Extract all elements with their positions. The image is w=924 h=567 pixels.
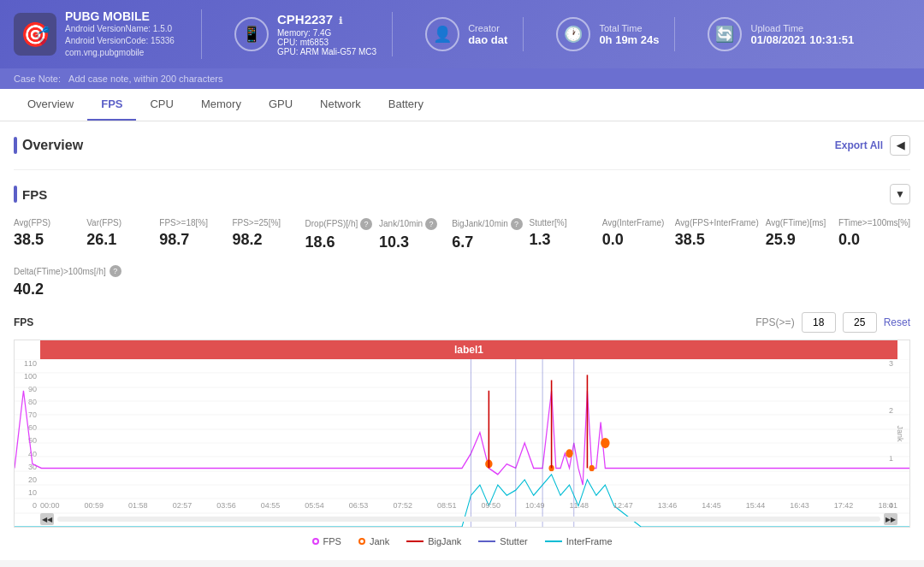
legend-interframe: InterFrame bbox=[545, 536, 613, 546]
app-details: PUBG MOBILE Android VersionName: 1.5.0 A… bbox=[65, 9, 175, 59]
stat-jank: Jank/10min ? 10.3 bbox=[379, 218, 445, 251]
legend-jank-label: Jank bbox=[370, 536, 389, 546]
fps-gte-label: FPS(>=) bbox=[755, 316, 794, 328]
legend-bigjank: BigJank bbox=[406, 536, 461, 546]
upload-time-label: Upload Time bbox=[750, 23, 854, 33]
device-stat: 📱 CPH2237 ℹ Memory: 7.4G CPU: mt6853 GPU… bbox=[219, 12, 393, 56]
overview-divider bbox=[14, 169, 910, 170]
legend-fps: FPS bbox=[312, 536, 341, 546]
chart-fps-label: FPS bbox=[14, 316, 33, 328]
legend-stutter: Stutter bbox=[478, 536, 527, 546]
upload-time-value: 01/08/2021 10:31:51 bbox=[750, 33, 854, 46]
blue-bar-overview bbox=[14, 137, 17, 154]
tab-network[interactable]: Network bbox=[306, 89, 375, 121]
stat-fps-interframe: Avg(FPS+InterFrame) 38.5 bbox=[675, 218, 759, 251]
legend-jank-icon bbox=[358, 538, 365, 545]
clock-icon: 🕐 bbox=[556, 17, 590, 51]
stat-var-fps: Var(FPS) 26.1 bbox=[86, 218, 152, 251]
collapse-fps-button[interactable]: ▼ bbox=[890, 184, 910, 204]
total-time-label: Total Time bbox=[599, 23, 659, 33]
help-icon-drop[interactable]: ? bbox=[360, 218, 372, 230]
fps-gte-input-1[interactable] bbox=[802, 312, 836, 333]
blue-bar-fps bbox=[14, 186, 17, 203]
total-time-stat: 🕐 Total Time 0h 19m 24s bbox=[541, 17, 675, 51]
upload-time-stat: 🔄 Upload Time 01/08/2021 10:31:51 bbox=[692, 17, 869, 51]
legend-bigjank-icon bbox=[406, 540, 424, 542]
stat-avg-fps: Avg(FPS) 38.5 bbox=[14, 218, 80, 251]
app-version: Android VersionName: 1.5.0 bbox=[65, 23, 175, 35]
collapse-overview-button[interactable]: ◀ bbox=[890, 135, 910, 156]
app-package: com.vng.pubgmobile bbox=[65, 47, 175, 59]
creator-label: Creator bbox=[468, 23, 507, 33]
delta-label: Delta(FTime)>100ms[/h] ? bbox=[14, 265, 910, 277]
app-name: PUBG MOBILE bbox=[65, 9, 175, 23]
scroll-right-button[interactable]: ▶▶ bbox=[884, 513, 897, 525]
chart-controls: FPS FPS(>=) Reset bbox=[14, 312, 910, 333]
fps-gte-input-2[interactable] bbox=[843, 312, 877, 333]
tab-bar: Overview FPS CPU Memory GPU Network Batt… bbox=[0, 89, 924, 121]
stat-interframe: Avg(InterFrame) 0.0 bbox=[602, 218, 668, 251]
tab-cpu[interactable]: CPU bbox=[136, 89, 187, 121]
device-gpu: GPU: ARM Mali-G57 MC3 bbox=[277, 47, 376, 56]
chart-legend: FPS Jank BigJank Stutter InterFrame bbox=[14, 536, 910, 546]
tab-fps[interactable]: FPS bbox=[87, 89, 136, 121]
tab-battery[interactable]: Battery bbox=[375, 89, 437, 121]
fps-chart[interactable]: label1 110 100 90 80 70 60 50 40 30 20 1… bbox=[14, 340, 910, 528]
overview-section-header: Overview Export All ◀ bbox=[14, 135, 910, 156]
stat-ftime: Avg(FTime)[ms] 25.9 bbox=[766, 218, 832, 251]
case-note-bar: Case Note: Add case note, within 200 cha… bbox=[0, 68, 924, 89]
legend-fps-label: FPS bbox=[323, 536, 341, 546]
tab-overview[interactable]: Overview bbox=[14, 89, 87, 121]
stat-fps-18: FPS>=18[%] 98.7 bbox=[159, 218, 225, 251]
overview-title: Overview bbox=[22, 138, 83, 153]
device-id: CPH2237 bbox=[277, 12, 333, 27]
device-icon: 📱 bbox=[234, 17, 269, 51]
legend-fps-icon bbox=[312, 538, 319, 545]
fps-title: FPS bbox=[22, 187, 47, 202]
delta-section: Delta(FTime)>100ms[/h] ? 40.2 bbox=[14, 265, 910, 298]
help-icon-bigjank[interactable]: ? bbox=[511, 218, 523, 230]
tab-gpu[interactable]: GPU bbox=[255, 89, 306, 121]
scroll-left-button[interactable]: ◀◀ bbox=[40, 513, 54, 525]
upload-icon: 🔄 bbox=[708, 17, 742, 51]
legend-interframe-label: InterFrame bbox=[566, 536, 613, 546]
chart-scroll-controls: ◀◀ ▶▶ bbox=[40, 513, 897, 525]
stat-ftime-100: FTime>=100ms[%] 0.0 bbox=[838, 218, 910, 251]
svg-point-14 bbox=[566, 449, 572, 458]
total-time-info: Total Time 0h 19m 24s bbox=[599, 23, 659, 46]
creator-value: dao dat bbox=[468, 33, 507, 46]
chart-label-bar: label1 bbox=[40, 340, 897, 359]
legend-stutter-icon bbox=[478, 540, 495, 542]
x-axis: 00:00 00:59 01:58 02:57 03:56 04:55 05:5… bbox=[40, 501, 897, 510]
help-icon-delta[interactable]: ? bbox=[110, 265, 121, 277]
legend-bigjank-label: BigJank bbox=[428, 536, 461, 546]
stat-stutter: Stutter[%] 1.3 bbox=[530, 218, 595, 251]
fps-stats-grid: Avg(FPS) 38.5 Var(FPS) 26.1 FPS>=18[%] 9… bbox=[14, 218, 910, 251]
device-info: CPH2237 ℹ Memory: 7.4G CPU: mt6853 GPU: … bbox=[277, 12, 376, 56]
chart-label-text: label1 bbox=[454, 344, 483, 356]
total-time-value: 0h 19m 24s bbox=[599, 33, 659, 46]
main-content: Overview Export All ◀ FPS ▼ Avg(FPS) 38.… bbox=[0, 121, 924, 560]
case-note-text[interactable]: Add case note, within 200 characters bbox=[68, 74, 222, 84]
app-version-code: Android VersionCode: 15336 bbox=[65, 35, 175, 47]
svg-point-16 bbox=[601, 438, 609, 448]
creator-stat: 👤 Creator dao dat bbox=[410, 17, 524, 51]
svg-point-15 bbox=[589, 465, 595, 471]
creator-icon: 👤 bbox=[425, 17, 459, 51]
legend-jank: Jank bbox=[358, 536, 389, 546]
reset-button[interactable]: Reset bbox=[884, 316, 910, 328]
device-info-icon: ℹ bbox=[339, 15, 342, 26]
legend-stutter-label: Stutter bbox=[500, 536, 527, 546]
export-all-button[interactable]: Export All bbox=[835, 139, 883, 151]
help-icon-jank[interactable]: ? bbox=[425, 218, 437, 230]
tab-memory[interactable]: Memory bbox=[187, 89, 255, 121]
upload-time-info: Upload Time 01/08/2021 10:31:51 bbox=[750, 23, 854, 46]
fps-section: FPS ▼ Avg(FPS) 38.5 Var(FPS) 26.1 FPS>=1… bbox=[14, 184, 910, 546]
scroll-track[interactable] bbox=[57, 517, 880, 522]
header: 🎯 PUBG MOBILE Android VersionName: 1.5.0… bbox=[0, 0, 924, 68]
overview-title-left: Overview bbox=[14, 137, 83, 154]
app-info: 🎯 PUBG MOBILE Android VersionName: 1.5.0… bbox=[14, 9, 202, 59]
stat-drop-fps: Drop(FPS)[/h] ? 18.6 bbox=[305, 218, 372, 251]
case-note-prefix: Case Note: bbox=[14, 74, 61, 84]
fps-section-header: FPS ▼ bbox=[14, 184, 910, 204]
